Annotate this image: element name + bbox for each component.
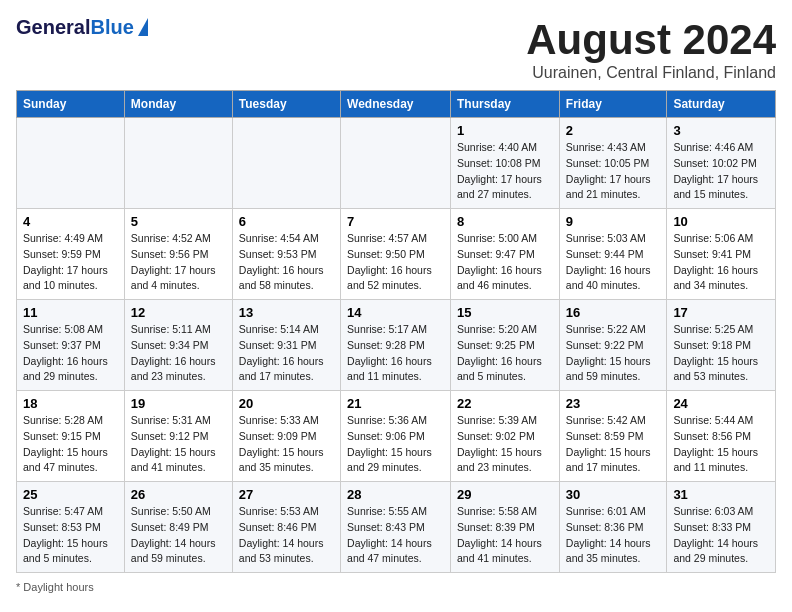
day-info: Sunrise: 5:44 AM Sunset: 8:56 PM Dayligh… xyxy=(673,413,769,476)
day-number: 21 xyxy=(347,396,444,411)
calendar-cell: 18Sunrise: 5:28 AM Sunset: 9:15 PM Dayli… xyxy=(17,391,125,482)
calendar-cell: 21Sunrise: 5:36 AM Sunset: 9:06 PM Dayli… xyxy=(341,391,451,482)
calendar-cell: 2Sunrise: 4:43 AM Sunset: 10:05 PM Dayli… xyxy=(559,118,667,209)
day-info: Sunrise: 5:50 AM Sunset: 8:49 PM Dayligh… xyxy=(131,504,226,567)
day-info: Sunrise: 4:43 AM Sunset: 10:05 PM Daylig… xyxy=(566,140,661,203)
day-number: 7 xyxy=(347,214,444,229)
day-number: 1 xyxy=(457,123,553,138)
col-header-wednesday: Wednesday xyxy=(341,91,451,118)
calendar-cell: 5Sunrise: 4:52 AM Sunset: 9:56 PM Daylig… xyxy=(124,209,232,300)
day-info: Sunrise: 5:06 AM Sunset: 9:41 PM Dayligh… xyxy=(673,231,769,294)
day-number: 4 xyxy=(23,214,118,229)
col-header-sunday: Sunday xyxy=(17,91,125,118)
day-number: 5 xyxy=(131,214,226,229)
day-number: 9 xyxy=(566,214,661,229)
day-number: 18 xyxy=(23,396,118,411)
day-info: Sunrise: 5:20 AM Sunset: 9:25 PM Dayligh… xyxy=(457,322,553,385)
calendar-cell: 19Sunrise: 5:31 AM Sunset: 9:12 PM Dayli… xyxy=(124,391,232,482)
day-number: 22 xyxy=(457,396,553,411)
header: GeneralBlue August 2024 Uurainen, Centra… xyxy=(16,16,776,82)
day-info: Sunrise: 5:03 AM Sunset: 9:44 PM Dayligh… xyxy=(566,231,661,294)
col-header-thursday: Thursday xyxy=(451,91,560,118)
day-info: Sunrise: 4:57 AM Sunset: 9:50 PM Dayligh… xyxy=(347,231,444,294)
day-number: 15 xyxy=(457,305,553,320)
day-info: Sunrise: 5:28 AM Sunset: 9:15 PM Dayligh… xyxy=(23,413,118,476)
footer-note: * Daylight hours xyxy=(16,581,776,593)
day-info: Sunrise: 5:17 AM Sunset: 9:28 PM Dayligh… xyxy=(347,322,444,385)
day-number: 14 xyxy=(347,305,444,320)
calendar-cell: 20Sunrise: 5:33 AM Sunset: 9:09 PM Dayli… xyxy=(232,391,340,482)
col-header-friday: Friday xyxy=(559,91,667,118)
day-info: Sunrise: 5:55 AM Sunset: 8:43 PM Dayligh… xyxy=(347,504,444,567)
day-info: Sunrise: 5:42 AM Sunset: 8:59 PM Dayligh… xyxy=(566,413,661,476)
calendar-cell xyxy=(341,118,451,209)
day-info: Sunrise: 4:46 AM Sunset: 10:02 PM Daylig… xyxy=(673,140,769,203)
day-info: Sunrise: 5:25 AM Sunset: 9:18 PM Dayligh… xyxy=(673,322,769,385)
calendar-cell: 16Sunrise: 5:22 AM Sunset: 9:22 PM Dayli… xyxy=(559,300,667,391)
day-number: 23 xyxy=(566,396,661,411)
calendar-cell: 1Sunrise: 4:40 AM Sunset: 10:08 PM Dayli… xyxy=(451,118,560,209)
day-info: Sunrise: 6:03 AM Sunset: 8:33 PM Dayligh… xyxy=(673,504,769,567)
calendar-cell: 12Sunrise: 5:11 AM Sunset: 9:34 PM Dayli… xyxy=(124,300,232,391)
col-header-monday: Monday xyxy=(124,91,232,118)
calendar-cell xyxy=(124,118,232,209)
day-number: 31 xyxy=(673,487,769,502)
calendar-cell: 23Sunrise: 5:42 AM Sunset: 8:59 PM Dayli… xyxy=(559,391,667,482)
day-info: Sunrise: 5:00 AM Sunset: 9:47 PM Dayligh… xyxy=(457,231,553,294)
day-info: Sunrise: 5:58 AM Sunset: 8:39 PM Dayligh… xyxy=(457,504,553,567)
calendar-cell: 30Sunrise: 6:01 AM Sunset: 8:36 PM Dayli… xyxy=(559,482,667,573)
logo: GeneralBlue xyxy=(16,16,148,39)
day-info: Sunrise: 5:47 AM Sunset: 8:53 PM Dayligh… xyxy=(23,504,118,567)
calendar-cell: 14Sunrise: 5:17 AM Sunset: 9:28 PM Dayli… xyxy=(341,300,451,391)
col-header-saturday: Saturday xyxy=(667,91,776,118)
day-number: 17 xyxy=(673,305,769,320)
day-number: 27 xyxy=(239,487,334,502)
day-info: Sunrise: 4:52 AM Sunset: 9:56 PM Dayligh… xyxy=(131,231,226,294)
day-number: 12 xyxy=(131,305,226,320)
day-number: 20 xyxy=(239,396,334,411)
calendar-cell: 24Sunrise: 5:44 AM Sunset: 8:56 PM Dayli… xyxy=(667,391,776,482)
calendar-cell: 15Sunrise: 5:20 AM Sunset: 9:25 PM Dayli… xyxy=(451,300,560,391)
calendar-cell: 28Sunrise: 5:55 AM Sunset: 8:43 PM Dayli… xyxy=(341,482,451,573)
calendar-cell: 27Sunrise: 5:53 AM Sunset: 8:46 PM Dayli… xyxy=(232,482,340,573)
day-info: Sunrise: 6:01 AM Sunset: 8:36 PM Dayligh… xyxy=(566,504,661,567)
day-number: 28 xyxy=(347,487,444,502)
day-number: 8 xyxy=(457,214,553,229)
day-number: 26 xyxy=(131,487,226,502)
col-header-tuesday: Tuesday xyxy=(232,91,340,118)
day-number: 3 xyxy=(673,123,769,138)
calendar-cell: 9Sunrise: 5:03 AM Sunset: 9:44 PM Daylig… xyxy=(559,209,667,300)
day-number: 10 xyxy=(673,214,769,229)
day-number: 11 xyxy=(23,305,118,320)
day-number: 29 xyxy=(457,487,553,502)
calendar-cell xyxy=(17,118,125,209)
calendar-cell: 3Sunrise: 4:46 AM Sunset: 10:02 PM Dayli… xyxy=(667,118,776,209)
calendar-title: August 2024 xyxy=(526,16,776,64)
calendar-cell: 29Sunrise: 5:58 AM Sunset: 8:39 PM Dayli… xyxy=(451,482,560,573)
calendar-cell: 7Sunrise: 4:57 AM Sunset: 9:50 PM Daylig… xyxy=(341,209,451,300)
day-info: Sunrise: 5:33 AM Sunset: 9:09 PM Dayligh… xyxy=(239,413,334,476)
calendar-cell: 13Sunrise: 5:14 AM Sunset: 9:31 PM Dayli… xyxy=(232,300,340,391)
day-info: Sunrise: 5:36 AM Sunset: 9:06 PM Dayligh… xyxy=(347,413,444,476)
calendar-cell: 6Sunrise: 4:54 AM Sunset: 9:53 PM Daylig… xyxy=(232,209,340,300)
day-info: Sunrise: 5:22 AM Sunset: 9:22 PM Dayligh… xyxy=(566,322,661,385)
calendar-cell: 17Sunrise: 5:25 AM Sunset: 9:18 PM Dayli… xyxy=(667,300,776,391)
daylight-label: Daylight hours xyxy=(23,581,93,593)
day-number: 13 xyxy=(239,305,334,320)
calendar-cell: 11Sunrise: 5:08 AM Sunset: 9:37 PM Dayli… xyxy=(17,300,125,391)
day-number: 16 xyxy=(566,305,661,320)
calendar-table: SundayMondayTuesdayWednesdayThursdayFrid… xyxy=(16,90,776,573)
logo-general-text: GeneralBlue xyxy=(16,16,134,39)
calendar-cell: 22Sunrise: 5:39 AM Sunset: 9:02 PM Dayli… xyxy=(451,391,560,482)
day-info: Sunrise: 5:53 AM Sunset: 8:46 PM Dayligh… xyxy=(239,504,334,567)
day-number: 19 xyxy=(131,396,226,411)
day-info: Sunrise: 5:39 AM Sunset: 9:02 PM Dayligh… xyxy=(457,413,553,476)
calendar-cell: 26Sunrise: 5:50 AM Sunset: 8:49 PM Dayli… xyxy=(124,482,232,573)
day-number: 24 xyxy=(673,396,769,411)
calendar-subtitle: Uurainen, Central Finland, Finland xyxy=(526,64,776,82)
day-number: 6 xyxy=(239,214,334,229)
calendar-cell: 25Sunrise: 5:47 AM Sunset: 8:53 PM Dayli… xyxy=(17,482,125,573)
day-number: 25 xyxy=(23,487,118,502)
day-info: Sunrise: 4:40 AM Sunset: 10:08 PM Daylig… xyxy=(457,140,553,203)
day-info: Sunrise: 4:54 AM Sunset: 9:53 PM Dayligh… xyxy=(239,231,334,294)
